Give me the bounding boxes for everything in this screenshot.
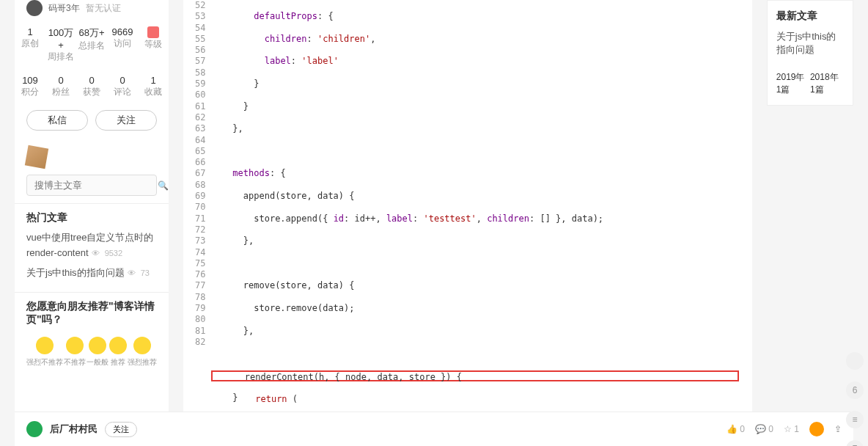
stat-value: 0: [45, 75, 76, 86]
emoji-icon: [89, 337, 106, 354]
code-block: 5253545556575859606162636465666768697071…: [189, 0, 746, 446]
stat-value: 109: [15, 75, 45, 86]
stat-label: 总排名: [78, 40, 105, 51]
follow-button-bottom[interactable]: 关注: [105, 422, 137, 437]
tool-icon[interactable]: [846, 352, 864, 370]
hot-article[interactable]: 关于js中this的指向问题👁 73: [26, 266, 157, 281]
year-archive[interactable]: 2018年 1篇: [810, 71, 844, 96]
eye-icon: 👁: [128, 268, 138, 277]
stat-label: 原创: [21, 38, 39, 48]
eye-icon: 👁: [92, 249, 102, 257]
stat-value: 1: [15, 26, 45, 37]
recommend-row: 强烈不推荐 不推荐 一般般 推荐 强烈推荐: [26, 332, 157, 372]
verify-badge: 暂无认证: [86, 2, 121, 15]
highlighted-code: renderContent(h, { node, data, store }) …: [211, 370, 738, 381]
stat-value: 100万+: [45, 26, 76, 51]
stat-value: 0: [76, 75, 107, 86]
stat-label: 粉丝: [52, 87, 70, 97]
stat-value: 0: [107, 75, 138, 86]
search-icon[interactable]: 🔍: [158, 180, 169, 191]
user-name: 码哥3年: [48, 2, 80, 15]
stats-row-2: 109积分 0粉丝 0获赞 0评论 1收藏: [15, 69, 169, 104]
share-icon[interactable]: ⇪: [834, 424, 842, 434]
emoji-icon: [36, 337, 54, 354]
star-button[interactable]: ☆ 1: [784, 424, 799, 434]
year-archive[interactable]: 2019年 1篇: [776, 71, 810, 96]
stat-label: 等级: [144, 39, 162, 49]
stat-value: 1: [138, 75, 169, 86]
sidebar: 码哥3年暂无认证 1原创 100万+周排名 68万+总排名 9669访问 等级 …: [15, 0, 169, 446]
line-numbers: 5253545556575859606162636465666768697071…: [189, 0, 211, 446]
hot-title: 热门文章: [26, 211, 157, 224]
stats-row-1: 1原创 100万+周排名 68万+总排名 9669访问 等级: [15, 21, 169, 69]
rec-option[interactable]: 推荐: [109, 337, 127, 368]
rec-option[interactable]: 一般般: [87, 337, 108, 368]
user-avatar: [26, 0, 43, 16]
emoji-icon: [66, 337, 84, 354]
tool-icon[interactable]: 6: [846, 381, 864, 399]
bottom-bar: 后厂村村民 关注 👍 0 💬 0 ☆ 1 ⇪: [15, 412, 853, 446]
rec-option[interactable]: 不推荐: [64, 337, 86, 368]
message-button[interactable]: 私信: [26, 110, 88, 131]
emoji-icon: [109, 337, 127, 354]
stat-label: 收藏: [144, 87, 162, 97]
content: 5253545556575859606162636465666768697071…: [183, 0, 752, 446]
reward-icon[interactable]: [809, 422, 824, 436]
search-input[interactable]: [34, 180, 158, 191]
right-sidebar: 最新文章 关于js中this的指向问题 2019年 1篇 2018年 1篇: [767, 0, 853, 446]
stat-label: 积分: [21, 87, 39, 97]
emoji-icon: [133, 337, 151, 354]
author-avatar[interactable]: [26, 421, 43, 437]
hot-article[interactable]: vue中使用tree自定义节点时的render-content👁 9532: [26, 230, 157, 261]
rec-option[interactable]: 强烈推荐: [128, 337, 157, 368]
stat-label: 获赞: [83, 87, 100, 97]
search-box[interactable]: 🔍: [26, 175, 157, 196]
follow-button[interactable]: 关注: [95, 110, 157, 131]
code-content: defaultProps: { children: 'children', la…: [211, 0, 746, 446]
stat-label: 评论: [114, 87, 131, 97]
tool-icon[interactable]: ≡: [846, 411, 864, 428]
latest-title: 最新文章: [776, 10, 844, 23]
side-tools: 6 ≡ 7: [846, 352, 864, 446]
comment-button[interactable]: 💬 0: [755, 424, 773, 434]
stat-value: 9669: [107, 26, 138, 37]
like-button[interactable]: 👍 0: [727, 424, 745, 434]
recommend-title: 您愿意向朋友推荐"博客详情页"吗？: [26, 300, 157, 326]
cube-icon: [25, 145, 48, 169]
stat-label: 访问: [114, 38, 131, 48]
tool-icon[interactable]: 7: [846, 440, 864, 446]
rec-option[interactable]: 强烈不推荐: [26, 337, 63, 368]
stat-value: 68万+: [76, 26, 107, 40]
rank-icon: [147, 26, 159, 38]
latest-article[interactable]: 关于js中this的指向问题: [776, 30, 844, 56]
stat-label: 周排名: [48, 51, 74, 62]
author-name[interactable]: 后厂村村民: [50, 423, 98, 436]
